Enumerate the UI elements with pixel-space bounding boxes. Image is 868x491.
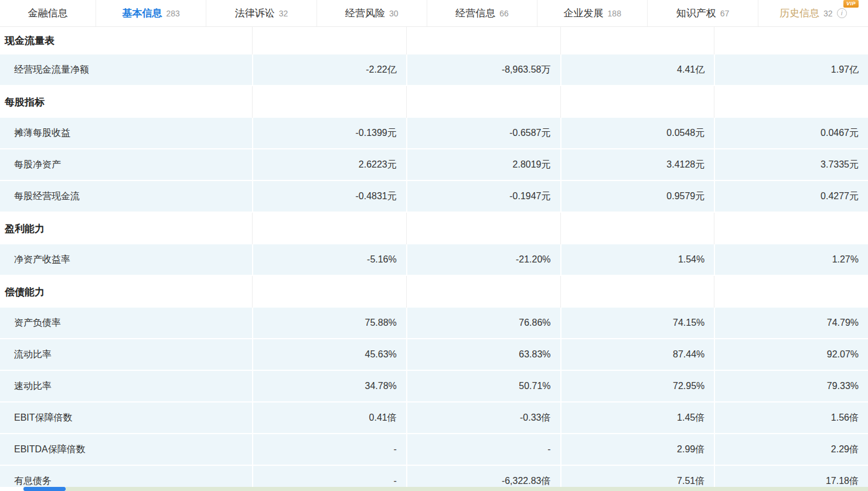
scrollbar-track[interactable] (66, 487, 868, 491)
section-empty-cell (560, 27, 714, 54)
row-value: 34.78% (252, 371, 406, 401)
tab-label: 法律诉讼 (235, 6, 275, 20)
section-empty-cell (714, 276, 868, 308)
section-empty-cell (714, 27, 868, 54)
row-value: -0.1947元 (406, 181, 560, 212)
section-empty-cell (252, 276, 406, 308)
row-value: -2.22亿 (252, 54, 406, 85)
tab-label: 知识产权 (676, 6, 716, 20)
tab-label: 金融信息 (28, 6, 68, 20)
table-row: EBIT保障倍数0.41倍-0.33倍1.45倍1.56倍 (0, 403, 868, 434)
row-value: 0.0467元 (714, 118, 868, 148)
tab-operation[interactable]: 经营信息66 (427, 0, 537, 26)
financial-table: 现金流量表经营现金流量净额-2.22亿-8,963.58万4.41亿1.97亿每… (0, 27, 868, 491)
section-header-row: 偿债能力 (0, 276, 868, 308)
section-empty-cell (406, 27, 560, 54)
table-row: 每股净资产2.6223元2.8019元3.4128元3.7335元 (0, 149, 868, 181)
vip-badge-icon: VIP (843, 0, 859, 8)
row-value: 87.44% (560, 339, 714, 370)
scrollbar-thumb[interactable] (23, 487, 66, 491)
row-value: 3.7335元 (714, 149, 868, 180)
tab-label: 经营信息 (455, 6, 495, 20)
section-empty-cell (560, 86, 714, 118)
tab-count: 32 (279, 9, 288, 18)
row-value: -0.6587元 (406, 118, 560, 148)
tab-count: 32 (823, 9, 833, 18)
row-value: 1.54% (560, 244, 714, 275)
section-empty-cell (560, 213, 714, 244)
tab-history[interactable]: 历史信息32iVIP (758, 0, 868, 26)
tab-label: 历史信息 (780, 6, 819, 20)
section-header-row: 每股指标 (0, 86, 868, 118)
tab-ip[interactable]: 知识产权67 (647, 0, 757, 26)
tab-development[interactable]: 企业发展188 (537, 0, 647, 26)
row-value: 74.79% (714, 308, 868, 338)
row-label: 净资产收益率 (0, 244, 252, 275)
tab-finance[interactable]: 金融信息 (0, 0, 96, 26)
row-value: - (406, 434, 560, 465)
table-row: 每股经营现金流-0.4831元-0.1947元0.9579元0.4277元 (0, 181, 868, 213)
section-empty-cell (406, 86, 560, 118)
section-empty-cell (406, 276, 560, 308)
info-icon[interactable]: i (837, 8, 847, 18)
row-value: 50.71% (406, 371, 560, 401)
row-value: 63.83% (406, 339, 560, 370)
row-value: 1.97亿 (714, 54, 868, 85)
row-value: 0.0548元 (560, 118, 714, 148)
tab-label: 经营风险 (345, 6, 385, 20)
section-title: 每股指标 (0, 86, 252, 118)
row-value: 2.6223元 (252, 149, 406, 180)
row-value: 4.41亿 (560, 54, 714, 85)
row-value: 2.8019元 (406, 149, 560, 180)
row-label: 每股净资产 (0, 149, 252, 180)
tab-count: 283 (166, 9, 179, 18)
row-label: 每股经营现金流 (0, 181, 252, 212)
table-row: 资产负债率75.88%76.86%74.15%74.79% (0, 308, 868, 339)
tab-count: 188 (608, 9, 621, 18)
row-value: 79.33% (714, 371, 868, 401)
row-value: -8,963.58万 (406, 54, 560, 85)
section-empty-cell (560, 276, 714, 308)
row-label: 经营现金流量净额 (0, 54, 252, 85)
row-value: 1.27% (714, 244, 868, 275)
row-value: 1.56倍 (714, 403, 868, 433)
tab-legal[interactable]: 法律诉讼32 (206, 0, 316, 26)
row-value: 0.41倍 (252, 403, 406, 433)
section-title: 盈利能力 (0, 213, 252, 244)
row-label: EBITDA保障倍数 (0, 434, 252, 465)
section-empty-cell (252, 27, 406, 54)
row-value: - (252, 434, 406, 465)
tab-risk[interactable]: 经营风险30 (316, 0, 427, 26)
section-empty-cell (714, 213, 868, 244)
row-value: -0.4831元 (252, 181, 406, 212)
table-row: 净资产收益率-5.16%-21.20%1.54%1.27% (0, 244, 868, 276)
row-value: 0.4277元 (714, 181, 868, 212)
row-value: -5.16% (252, 244, 406, 275)
row-label: 流动比率 (0, 339, 252, 370)
tab-basic[interactable]: 基本信息283 (96, 0, 206, 26)
table-row: 速动比率34.78%50.71%72.95%79.33% (0, 371, 868, 403)
row-label: 速动比率 (0, 371, 252, 401)
row-value: -0.1399元 (252, 118, 406, 148)
section-header-row: 现金流量表 (0, 27, 868, 54)
row-label: 摊薄每股收益 (0, 118, 252, 148)
section-header-row: 盈利能力 (0, 213, 868, 244)
row-value: 1.45倍 (560, 403, 714, 433)
row-value: -21.20% (406, 244, 560, 275)
tab-count: 66 (499, 9, 509, 18)
horizontal-scrollbar (0, 487, 868, 491)
section-empty-cell (252, 86, 406, 118)
tab-label: 企业发展 (564, 6, 604, 20)
row-value: 0.9579元 (560, 181, 714, 212)
row-value: 2.99倍 (560, 434, 714, 465)
table-row: 摊薄每股收益-0.1399元-0.6587元0.0548元0.0467元 (0, 118, 868, 149)
row-value: 3.4128元 (560, 149, 714, 180)
row-value: 72.95% (560, 371, 714, 401)
row-value: 76.86% (406, 308, 560, 338)
table-row: 流动比率45.63%63.83%87.44%92.07% (0, 339, 868, 371)
table-row: 经营现金流量净额-2.22亿-8,963.58万4.41亿1.97亿 (0, 54, 868, 86)
tab-bar: 金融信息基本信息283法律诉讼32经营风险30经营信息66企业发展188知识产权… (0, 0, 868, 27)
section-empty-cell (714, 86, 868, 118)
row-value: 92.07% (714, 339, 868, 370)
row-label: 资产负债率 (0, 308, 252, 338)
